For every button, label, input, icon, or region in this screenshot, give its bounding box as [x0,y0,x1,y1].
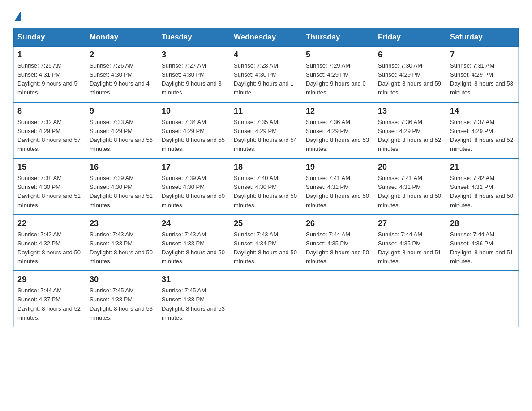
calendar-day-cell [230,271,302,327]
calendar-day-cell: 24 Sunrise: 7:43 AMSunset: 4:33 PMDaylig… [158,215,230,271]
day-number: 2 [90,50,154,60]
calendar-day-header: Thursday [302,28,374,47]
day-info: Sunrise: 7:44 AMSunset: 4:36 PMDaylight:… [450,231,513,265]
calendar-week-row: 1 Sunrise: 7:25 AMSunset: 4:31 PMDayligh… [14,47,519,103]
logo-triangle-icon [15,11,21,21]
calendar-day-cell: 25 Sunrise: 7:43 AMSunset: 4:34 PMDaylig… [230,215,302,271]
day-number: 1 [17,50,82,60]
day-number: 10 [162,107,226,116]
day-info: Sunrise: 7:39 AMSunset: 4:30 PMDaylight:… [90,175,153,208]
calendar-day-header: Friday [374,28,446,47]
day-info: Sunrise: 7:44 AMSunset: 4:37 PMDaylight:… [17,287,81,321]
day-info: Sunrise: 7:37 AMSunset: 4:29 PMDaylight:… [450,119,513,152]
day-info: Sunrise: 7:45 AMSunset: 4:38 PMDaylight:… [90,287,153,321]
day-info: Sunrise: 7:43 AMSunset: 4:33 PMDaylight:… [162,231,225,265]
day-info: Sunrise: 7:34 AMSunset: 4:29 PMDaylight:… [162,119,225,152]
day-number: 31 [162,275,226,284]
calendar-day-cell: 14 Sunrise: 7:37 AMSunset: 4:29 PMDaylig… [446,103,519,159]
day-number: 13 [378,107,442,116]
day-number: 12 [306,107,370,116]
calendar-day-cell: 28 Sunrise: 7:44 AMSunset: 4:36 PMDaylig… [446,215,519,271]
day-info: Sunrise: 7:29 AMSunset: 4:29 PMDaylight:… [306,62,366,96]
calendar-day-cell: 26 Sunrise: 7:44 AMSunset: 4:35 PMDaylig… [302,215,374,271]
day-info: Sunrise: 7:26 AMSunset: 4:30 PMDaylight:… [90,62,150,96]
calendar-day-cell: 29 Sunrise: 7:44 AMSunset: 4:37 PMDaylig… [14,271,86,327]
calendar-day-cell: 21 Sunrise: 7:42 AMSunset: 4:32 PMDaylig… [446,158,519,215]
day-info: Sunrise: 7:44 AMSunset: 4:35 PMDaylight:… [378,231,441,265]
calendar-day-cell: 12 Sunrise: 7:36 AMSunset: 4:29 PMDaylig… [302,103,374,159]
calendar-day-header: Wednesday [230,28,302,47]
day-number: 15 [17,163,82,172]
calendar-day-cell [374,271,446,327]
calendar-day-header: Tuesday [158,28,230,47]
day-number: 6 [378,50,442,60]
day-number: 14 [450,107,515,116]
calendar-day-cell: 5 Sunrise: 7:29 AMSunset: 4:29 PMDayligh… [302,47,374,103]
day-number: 17 [162,163,226,172]
calendar-day-cell: 30 Sunrise: 7:45 AMSunset: 4:38 PMDaylig… [86,271,158,327]
calendar-day-header: Monday [86,28,158,47]
day-info: Sunrise: 7:45 AMSunset: 4:38 PMDaylight:… [162,287,225,321]
day-info: Sunrise: 7:43 AMSunset: 4:33 PMDaylight:… [90,231,153,265]
day-info: Sunrise: 7:42 AMSunset: 4:32 PMDaylight:… [450,175,513,208]
calendar-week-row: 15 Sunrise: 7:38 AMSunset: 4:30 PMDaylig… [14,158,519,215]
day-info: Sunrise: 7:28 AMSunset: 4:30 PMDaylight:… [234,62,294,96]
calendar-table: SundayMondayTuesdayWednesdayThursdayFrid… [13,28,519,327]
calendar-day-cell: 17 Sunrise: 7:39 AMSunset: 4:30 PMDaylig… [158,158,230,215]
day-info: Sunrise: 7:36 AMSunset: 4:29 PMDaylight:… [306,119,369,152]
calendar-day-cell: 31 Sunrise: 7:45 AMSunset: 4:38 PMDaylig… [158,271,230,327]
day-info: Sunrise: 7:41 AMSunset: 4:31 PMDaylight:… [378,175,441,208]
day-info: Sunrise: 7:43 AMSunset: 4:34 PMDaylight:… [234,231,297,265]
day-info: Sunrise: 7:44 AMSunset: 4:35 PMDaylight:… [306,231,369,265]
calendar-header-row: SundayMondayTuesdayWednesdayThursdayFrid… [14,28,519,47]
day-info: Sunrise: 7:41 AMSunset: 4:31 PMDaylight:… [306,175,369,208]
calendar-day-cell: 1 Sunrise: 7:25 AMSunset: 4:31 PMDayligh… [14,47,86,103]
day-number: 16 [90,163,154,172]
calendar-day-cell: 15 Sunrise: 7:38 AMSunset: 4:30 PMDaylig… [14,158,86,215]
day-info: Sunrise: 7:38 AMSunset: 4:30 PMDaylight:… [17,175,81,208]
day-number: 4 [234,50,298,60]
day-number: 3 [162,50,226,60]
calendar-day-cell: 2 Sunrise: 7:26 AMSunset: 4:30 PMDayligh… [86,47,158,103]
calendar-day-cell: 27 Sunrise: 7:44 AMSunset: 4:35 PMDaylig… [374,215,446,271]
day-info: Sunrise: 7:25 AMSunset: 4:31 PMDaylight:… [17,62,77,96]
day-number: 9 [90,107,154,116]
day-info: Sunrise: 7:42 AMSunset: 4:32 PMDaylight:… [17,231,81,265]
calendar-day-cell: 11 Sunrise: 7:35 AMSunset: 4:29 PMDaylig… [230,103,302,159]
calendar-day-cell: 10 Sunrise: 7:34 AMSunset: 4:29 PMDaylig… [158,103,230,159]
calendar-day-cell: 23 Sunrise: 7:43 AMSunset: 4:33 PMDaylig… [86,215,158,271]
day-number: 8 [17,107,82,116]
day-info: Sunrise: 7:39 AMSunset: 4:30 PMDaylight:… [162,175,225,208]
day-number: 28 [450,219,515,228]
calendar-day-cell: 13 Sunrise: 7:36 AMSunset: 4:29 PMDaylig… [374,103,446,159]
day-number: 11 [234,107,298,116]
calendar-day-cell: 16 Sunrise: 7:39 AMSunset: 4:30 PMDaylig… [86,158,158,215]
day-number: 7 [450,50,515,60]
calendar-day-cell: 9 Sunrise: 7:33 AMSunset: 4:29 PMDayligh… [86,103,158,159]
day-info: Sunrise: 7:40 AMSunset: 4:30 PMDaylight:… [234,175,297,208]
day-number: 26 [306,219,370,228]
day-number: 5 [306,50,370,60]
day-number: 30 [90,275,154,284]
calendar-day-cell: 7 Sunrise: 7:31 AMSunset: 4:29 PMDayligh… [446,47,519,103]
day-info: Sunrise: 7:35 AMSunset: 4:29 PMDaylight:… [234,119,297,152]
calendar-week-row: 22 Sunrise: 7:42 AMSunset: 4:32 PMDaylig… [14,215,519,271]
day-number: 29 [17,275,82,284]
calendar-day-cell [302,271,374,327]
day-number: 19 [306,163,370,172]
calendar-day-cell: 20 Sunrise: 7:41 AMSunset: 4:31 PMDaylig… [374,158,446,215]
calendar-day-header: Sunday [14,28,86,47]
calendar-day-cell: 18 Sunrise: 7:40 AMSunset: 4:30 PMDaylig… [230,158,302,215]
calendar-day-cell: 8 Sunrise: 7:32 AMSunset: 4:29 PMDayligh… [14,103,86,159]
calendar-day-cell: 4 Sunrise: 7:28 AMSunset: 4:30 PMDayligh… [230,47,302,103]
day-number: 21 [450,163,515,172]
calendar-day-cell: 22 Sunrise: 7:42 AMSunset: 4:32 PMDaylig… [14,215,86,271]
day-info: Sunrise: 7:27 AMSunset: 4:30 PMDaylight:… [162,62,222,96]
day-number: 24 [162,219,226,228]
day-number: 20 [378,163,442,172]
calendar-week-row: 8 Sunrise: 7:32 AMSunset: 4:29 PMDayligh… [14,103,519,159]
logo [13,9,21,21]
day-number: 25 [234,219,298,228]
day-info: Sunrise: 7:32 AMSunset: 4:29 PMDaylight:… [17,119,81,152]
day-number: 22 [17,219,82,228]
